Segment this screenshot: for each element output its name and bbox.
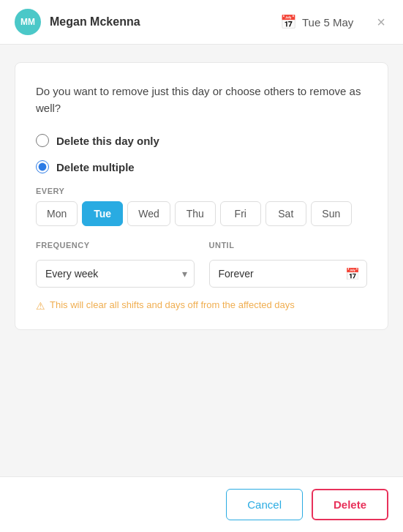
day-buttons-group: Mon Tue Wed Thu Fri Sat Sun [36,201,367,226]
until-group: UNTIL 📅 [209,241,368,288]
frequency-group: FREQUENCY Every week Every 2 weeks Every… [36,241,195,288]
cancel-button[interactable]: Cancel [226,489,303,520]
day-btn-sun[interactable]: Sun [311,201,352,226]
close-button[interactable]: × [374,15,388,29]
frequency-select-wrapper: Every week Every 2 weeks Every month ▾ [36,260,195,288]
until-label: UNTIL [209,241,368,250]
radio-delete-multiple-input[interactable] [36,160,49,173]
day-btn-sat[interactable]: Sat [265,201,306,226]
avatar: MM [15,9,41,35]
radio-delete-multiple-label: Delete multiple [56,161,135,173]
every-label: EVERY [36,187,367,195]
day-btn-wed[interactable]: Wed [127,201,170,226]
radio-delete-day-input[interactable] [36,134,49,147]
until-input[interactable] [209,260,368,288]
every-section: EVERY Mon Tue Wed Thu Fri Sat Sun FREQUE… [36,187,367,312]
day-btn-thu[interactable]: Thu [175,201,216,226]
warning-text: This will clear all shifts and days off … [50,299,295,310]
warning-icon: ⚠ [36,300,45,312]
warning-message: ⚠ This will clear all shifts and days of… [36,299,367,312]
frequency-label: FREQUENCY [36,241,195,250]
modal-header: MM Megan Mckenna 📅 Tue 5 May × [0,0,403,45]
radio-delete-day[interactable]: Delete this day only [36,134,367,147]
day-btn-mon[interactable]: Mon [36,201,78,226]
question-text: Do you want to remove just this day or c… [36,83,367,116]
radio-delete-multiple[interactable]: Delete multiple [36,160,367,173]
calendar-icon: 📅 [280,14,296,30]
until-input-wrapper: 📅 [209,260,368,288]
card: Do you want to remove just this day or c… [15,62,388,330]
day-btn-tue[interactable]: Tue [82,201,123,226]
freq-until-row: FREQUENCY Every week Every 2 weeks Every… [36,241,367,288]
frequency-select[interactable]: Every week Every 2 weeks Every month [36,260,195,288]
day-btn-fri[interactable]: Fri [220,201,261,226]
radio-delete-day-label: Delete this day only [56,135,159,147]
header-date: Tue 5 May [302,16,353,29]
modal-content: Do you want to remove just this day or c… [0,45,403,476]
user-name: Megan Mckenna [50,15,271,29]
header-date-section: 📅 Tue 5 May [280,14,353,30]
modal-footer: Cancel Delete [0,476,403,532]
delete-button[interactable]: Delete [312,489,388,520]
